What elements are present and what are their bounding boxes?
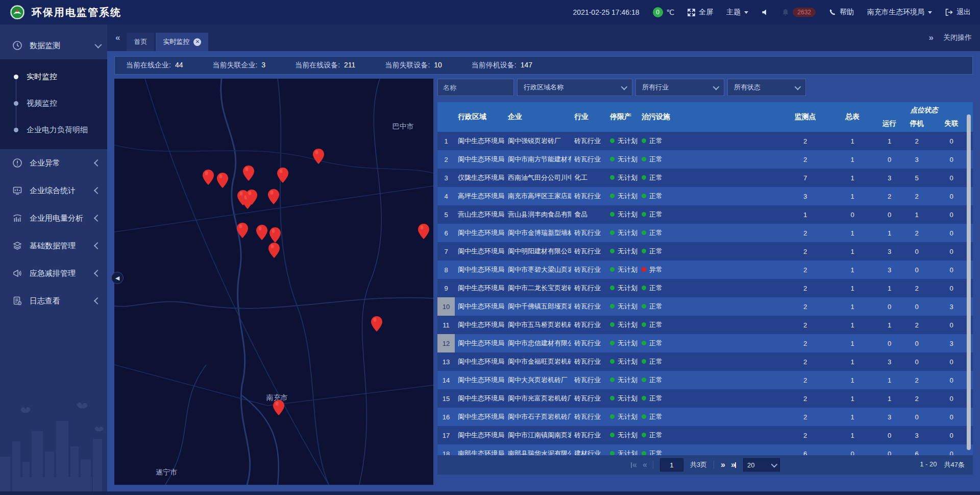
- sidebar-subitem-0-1[interactable]: 视频监控: [0, 90, 107, 116]
- table-row-9[interactable]: 9阆中生态环境局阆中市二龙长宝页岩砖砖瓦行业无计划正常21120: [437, 279, 973, 297]
- filter-bar: 行政区域名称 所有行业 所有状态: [437, 79, 973, 96]
- table-scrollbar[interactable]: [967, 114, 971, 450]
- table-row-2[interactable]: 2阆中生态环境局阆中市南方节能建材有砖瓦行业无计划正常21030: [437, 150, 973, 169]
- name-search-input[interactable]: [437, 79, 514, 96]
- map-marker-pin-15[interactable]: [273, 400, 284, 415]
- tab-1[interactable]: 实时监控✕: [156, 33, 208, 51]
- sidebar-item-label: 日志查看: [30, 296, 60, 306]
- status-dot-green-icon: [610, 230, 615, 235]
- status-select[interactable]: 所有状态: [727, 79, 806, 96]
- sidebar-item-1[interactable]: 企业异常: [0, 149, 107, 177]
- map-collapse-button[interactable]: ◀: [111, 272, 124, 284]
- tabs-scroll-right-icon[interactable]: »: [929, 33, 932, 43]
- logout-icon: [945, 9, 953, 16]
- cell-meters: 1: [829, 229, 875, 237]
- region-select-value: 行政区域名称: [524, 83, 564, 92]
- org-dropdown[interactable]: 南充市生态环境局: [867, 8, 932, 17]
- first-page-button[interactable]: «: [630, 461, 636, 469]
- industry-select-value: 所有行业: [642, 83, 669, 92]
- sidebar-item-2[interactable]: 企业综合统计: [0, 177, 107, 204]
- cell-facility-status: 正常: [639, 431, 781, 440]
- map-marker-pin-8[interactable]: [268, 189, 279, 204]
- map-marker-pin-12[interactable]: [268, 243, 280, 258]
- table-row-14[interactable]: 14阆中生态环境局阆中大兴页岩机砖厂砖瓦行业无计划正常21120: [437, 371, 973, 389]
- map-marker-pin-13[interactable]: [418, 224, 429, 239]
- help-button[interactable]: 帮助: [829, 8, 854, 17]
- cell-stop: 2: [903, 229, 930, 237]
- log-icon: [12, 296, 22, 306]
- table-row-8[interactable]: 8阆中生态环境局阆中市枣碧大梁山页岩砖瓦行业无计划异常21300: [437, 261, 973, 279]
- map-marker-pin-1[interactable]: [217, 173, 228, 188]
- sidebar-item-3[interactable]: 企业用电量分析: [0, 204, 107, 232]
- sidebar-item-label: 应急减排管理: [30, 269, 76, 278]
- cell-region: 阆中生态环境局: [455, 228, 505, 238]
- table-row-12[interactable]: 12阆中生态环境局阆中市忠信建材有限公砖瓦行业无计划正常21003: [437, 334, 973, 352]
- theme-dropdown[interactable]: 主题: [726, 8, 748, 17]
- cell-industry: 砖瓦行业: [571, 412, 607, 421]
- cell-limit-status: 无计划: [607, 192, 639, 201]
- map-marker-pin-11[interactable]: [270, 227, 281, 243]
- pagination-bar: « « 1 共3页 » » 20: [437, 455, 973, 475]
- cell-stop: 0: [903, 303, 930, 311]
- tab-close-icon[interactable]: ✕: [193, 38, 201, 46]
- table-row-15[interactable]: 15阆中生态环境局阆中市光富页岩机砖厂砖瓦行业无计划正常21120: [437, 389, 973, 408]
- cell-run: 1: [875, 395, 903, 403]
- table-row-3[interactable]: 3仪陇生态环境局西南油气田分公司川中化工无计划正常71350: [437, 169, 973, 187]
- logout-button[interactable]: 退出: [945, 8, 971, 17]
- table-row-10[interactable]: 10阆中生态环境局阆中千佛镇五郎垭页岩砖瓦行业无计划正常21003: [437, 297, 973, 316]
- sidebar-subitem-0-0[interactable]: 实时监控: [0, 63, 107, 90]
- cell-industry: 砖瓦行业: [571, 357, 607, 366]
- table-row-11[interactable]: 11阆中生态环境局阆中市五马桥页岩机砖砖瓦行业无计划正常21120: [437, 316, 973, 334]
- cell-points: 2: [781, 395, 829, 403]
- table-row-1[interactable]: 1阆中生态环境局阆中强锐页岩砖厂砖瓦行业无计划正常21120: [437, 132, 973, 150]
- last-page-button[interactable]: »: [731, 461, 737, 469]
- table-row-13[interactable]: 13阆中生态环境局阆中市金福旺页岩机砖砖瓦行业无计划正常21300: [437, 352, 973, 371]
- region-select[interactable]: 行政区域名称: [517, 79, 632, 96]
- table-row-16[interactable]: 16阆中生态环境局阆中市石子页岩机砖厂砖瓦行业无计划正常21300: [437, 408, 973, 426]
- tab-0[interactable]: 首页: [127, 33, 154, 51]
- page-number-input[interactable]: 1: [660, 458, 683, 472]
- map-marker-pin-7[interactable]: [246, 190, 257, 205]
- map-marker-pin-0[interactable]: [203, 170, 214, 185]
- table-row-17[interactable]: 17阆中生态环境局阆中市江南镇阆南页岩砖瓦行业无计划正常21030: [437, 426, 973, 444]
- page-size-select[interactable]: 20: [743, 458, 780, 472]
- cell-facility-status: 正常: [639, 339, 781, 348]
- sidebar-item-6[interactable]: 日志查看: [0, 287, 107, 315]
- map-marker-pin-14[interactable]: [371, 316, 382, 332]
- fullscreen-button[interactable]: 全屏: [688, 8, 713, 17]
- cell-run: 3: [875, 413, 903, 421]
- table-row-4[interactable]: 4高坪生态环境局南充市高坪区王家店建砖瓦行业无计划正常31220: [437, 187, 973, 205]
- map-marker-pin-10[interactable]: [256, 225, 267, 240]
- sidebar-subitem-0-2[interactable]: 企业电力负荷明细: [0, 116, 107, 143]
- map-marker-pin-3[interactable]: [277, 168, 288, 183]
- sidebar-item-0[interactable]: 数据监测: [0, 32, 107, 59]
- cell-meters: 0: [829, 211, 875, 219]
- sidebar-item-4[interactable]: 基础数据管理: [0, 232, 107, 260]
- chevron-left-icon: [94, 297, 101, 304]
- prev-page-button[interactable]: «: [643, 461, 646, 469]
- table-row-7[interactable]: 7阆中生态环境局阆中明阳建材有限公司砖瓦行业无计划正常21300: [437, 242, 973, 261]
- cell-limit-status: 无计划: [607, 265, 639, 274]
- cell-run: 0: [875, 340, 903, 347]
- chevron-down-icon: [795, 83, 801, 90]
- map-marker-pin-2[interactable]: [243, 166, 254, 181]
- sidebar-item-5[interactable]: 应急减排管理: [0, 260, 107, 287]
- notification-button[interactable]: 2632: [782, 8, 816, 17]
- map-marker-pin-4[interactable]: [313, 149, 324, 164]
- cell-points: 2: [781, 303, 829, 311]
- next-page-button[interactable]: »: [721, 461, 724, 469]
- cell-meters: 1: [829, 432, 875, 439]
- cell-limit-status: 无计划: [607, 284, 639, 293]
- map-panel[interactable]: ◀ 巴中市南充市遂宁市: [114, 79, 433, 485]
- close-operations-button[interactable]: 关闭操作: [943, 33, 972, 42]
- table-row-5[interactable]: 5营山生态环境局营山县润丰肉食品有限食品无计划正常10010: [437, 205, 973, 224]
- tabs-scroll-left-icon[interactable]: «: [115, 33, 118, 43]
- table-row-6[interactable]: 6阆中生态环境局阆中市金博瑞新型墙材砖瓦行业无计划正常21120: [437, 224, 973, 242]
- volume-button[interactable]: [762, 9, 769, 16]
- cell-meters: 1: [829, 340, 875, 347]
- stat-value: 10: [434, 61, 442, 69]
- industry-select[interactable]: 所有行业: [635, 79, 724, 96]
- cell-company: 阆中市二龙长宝页岩砖: [505, 284, 571, 293]
- cell-company: 阆中市江南镇阆南页岩: [505, 431, 571, 440]
- map-marker-pin-9[interactable]: [237, 223, 248, 238]
